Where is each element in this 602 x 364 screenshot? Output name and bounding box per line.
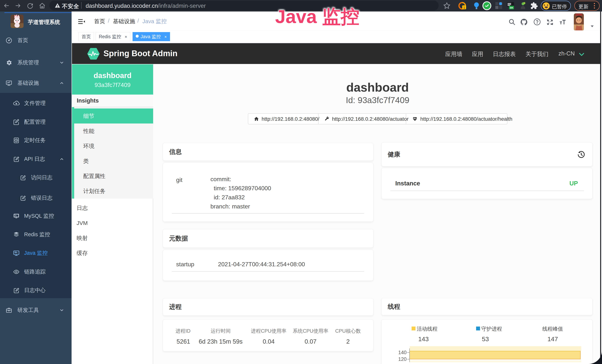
svg-text:1: 1 <box>463 6 465 10</box>
svg-text:on: on <box>510 6 513 9</box>
